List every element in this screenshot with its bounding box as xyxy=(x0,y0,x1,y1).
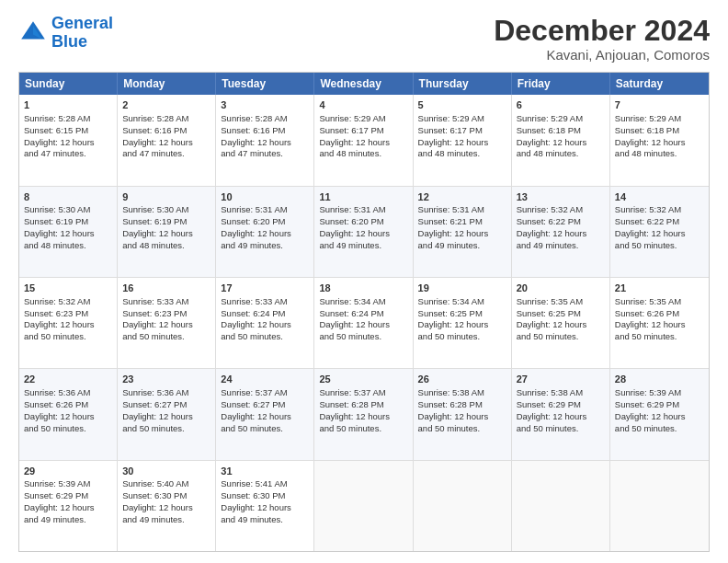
day-info: Sunset: 6:19 PM xyxy=(122,216,210,228)
day-info: Daylight: 12 hours xyxy=(418,319,506,331)
day-info: Sunrise: 5:35 AM xyxy=(517,296,605,308)
calendar-cell: 9Sunrise: 5:30 AMSunset: 6:19 PMDaylight… xyxy=(118,187,216,277)
day-number: 7 xyxy=(615,98,704,112)
day-number: 14 xyxy=(615,190,704,204)
day-info: Sunrise: 5:32 AM xyxy=(517,204,605,216)
day-info: Daylight: 12 hours xyxy=(418,137,506,149)
calendar-cell: 20Sunrise: 5:35 AMSunset: 6:25 PMDayligh… xyxy=(512,278,610,368)
day-info: Sunset: 6:18 PM xyxy=(615,125,704,137)
calendar-row: 1Sunrise: 5:28 AMSunset: 6:15 PMDaylight… xyxy=(19,95,709,186)
calendar-cell: 17Sunrise: 5:33 AMSunset: 6:24 PMDayligh… xyxy=(216,278,314,368)
day-info: Daylight: 12 hours xyxy=(615,411,704,423)
calendar-cell: 12Sunrise: 5:31 AMSunset: 6:21 PMDayligh… xyxy=(414,187,512,277)
day-info: Sunrise: 5:32 AM xyxy=(615,204,704,216)
day-info: and 50 minutes. xyxy=(122,423,210,435)
day-info: Sunrise: 5:34 AM xyxy=(319,296,407,308)
day-number: 17 xyxy=(221,282,309,295)
day-info: Daylight: 12 hours xyxy=(517,228,605,240)
day-info: Sunset: 6:27 PM xyxy=(221,399,309,411)
day-number: 1 xyxy=(24,98,112,112)
day-info: Daylight: 12 hours xyxy=(24,228,112,240)
day-info: Daylight: 12 hours xyxy=(418,411,506,423)
day-info: Sunrise: 5:41 AM xyxy=(221,478,309,490)
day-info: Sunrise: 5:38 AM xyxy=(418,387,506,399)
day-number: 26 xyxy=(418,373,506,386)
weekday-header: Sunday xyxy=(19,73,118,95)
weekday-header: Friday xyxy=(512,73,610,95)
day-info: Sunset: 6:20 PM xyxy=(221,216,309,228)
day-info: and 48 minutes. xyxy=(24,240,112,252)
day-info: Sunrise: 5:36 AM xyxy=(24,387,112,399)
day-info: Sunset: 6:17 PM xyxy=(319,125,407,137)
weekday-header: Monday xyxy=(118,73,216,95)
day-info: Daylight: 12 hours xyxy=(517,137,605,149)
day-info: Sunset: 6:25 PM xyxy=(517,308,605,320)
day-info: Sunset: 6:28 PM xyxy=(319,399,407,411)
calendar-cell: 13Sunrise: 5:32 AMSunset: 6:22 PMDayligh… xyxy=(512,187,610,277)
day-info: and 48 minutes. xyxy=(615,148,704,160)
day-info: Daylight: 12 hours xyxy=(221,502,309,514)
day-info: Sunrise: 5:29 AM xyxy=(615,113,704,125)
day-info: Daylight: 12 hours xyxy=(122,319,210,331)
page-subtitle: Kavani, Anjouan, Comoros xyxy=(494,47,710,63)
day-info: Sunset: 6:18 PM xyxy=(517,125,605,137)
day-info: Sunset: 6:21 PM xyxy=(418,216,506,228)
day-info: Sunset: 6:26 PM xyxy=(615,308,704,320)
day-info: Daylight: 12 hours xyxy=(319,411,407,423)
day-info: Daylight: 12 hours xyxy=(319,319,407,331)
day-info: Daylight: 12 hours xyxy=(615,319,704,331)
day-info: Daylight: 12 hours xyxy=(24,137,112,149)
day-info: and 50 minutes. xyxy=(615,331,704,343)
day-info: Sunset: 6:24 PM xyxy=(319,308,407,320)
day-number: 9 xyxy=(122,190,210,204)
day-info: and 48 minutes. xyxy=(418,148,506,160)
day-info: Sunrise: 5:37 AM xyxy=(221,387,309,399)
day-info: Sunrise: 5:38 AM xyxy=(517,387,605,399)
day-info: and 49 minutes. xyxy=(221,240,309,252)
calendar-cell: 21Sunrise: 5:35 AMSunset: 6:26 PMDayligh… xyxy=(610,278,709,368)
logo: General Blue xyxy=(18,15,113,52)
day-info: Sunrise: 5:31 AM xyxy=(319,204,407,216)
day-number: 8 xyxy=(24,190,112,204)
calendar-row: 29Sunrise: 5:39 AMSunset: 6:29 PMDayligh… xyxy=(19,461,709,551)
day-info: Sunrise: 5:39 AM xyxy=(24,478,112,490)
calendar-cell: 24Sunrise: 5:37 AMSunset: 6:27 PMDayligh… xyxy=(216,369,314,459)
day-info: and 50 minutes. xyxy=(418,331,506,343)
day-info: Sunrise: 5:37 AM xyxy=(319,387,407,399)
day-info: Sunset: 6:16 PM xyxy=(122,125,210,137)
day-info: Sunrise: 5:31 AM xyxy=(418,204,506,216)
calendar-row: 22Sunrise: 5:36 AMSunset: 6:26 PMDayligh… xyxy=(19,369,709,460)
day-info: Daylight: 12 hours xyxy=(418,228,506,240)
day-info: and 50 minutes. xyxy=(221,331,309,343)
calendar-cell: 26Sunrise: 5:38 AMSunset: 6:28 PMDayligh… xyxy=(414,369,512,459)
calendar-cell: 6Sunrise: 5:29 AMSunset: 6:18 PMDaylight… xyxy=(512,95,610,185)
calendar-cell xyxy=(414,461,512,551)
day-info: Sunset: 6:26 PM xyxy=(24,399,112,411)
day-info: Sunrise: 5:33 AM xyxy=(221,296,309,308)
day-number: 30 xyxy=(122,465,210,478)
day-info: Daylight: 12 hours xyxy=(221,137,309,149)
day-info: Daylight: 12 hours xyxy=(517,319,605,331)
day-number: 23 xyxy=(122,373,210,386)
calendar-cell: 15Sunrise: 5:32 AMSunset: 6:23 PMDayligh… xyxy=(19,278,118,368)
day-info: Daylight: 12 hours xyxy=(319,228,407,240)
day-info: Sunset: 6:19 PM xyxy=(24,216,112,228)
day-info: Sunrise: 5:29 AM xyxy=(517,113,605,125)
day-info: and 50 minutes. xyxy=(517,423,605,435)
calendar-page: General Blue December 2024 Kavani, Anjou… xyxy=(0,0,728,563)
day-info: Sunrise: 5:29 AM xyxy=(319,113,407,125)
day-info: Sunrise: 5:28 AM xyxy=(122,113,210,125)
calendar: SundayMondayTuesdayWednesdayThursdayFrid… xyxy=(18,72,710,552)
calendar-cell: 3Sunrise: 5:28 AMSunset: 6:16 PMDaylight… xyxy=(216,95,314,185)
day-info: Daylight: 12 hours xyxy=(24,411,112,423)
day-number: 3 xyxy=(221,98,309,112)
weekday-header: Wednesday xyxy=(314,73,413,95)
day-info: Sunset: 6:29 PM xyxy=(615,399,704,411)
day-info: Sunset: 6:23 PM xyxy=(24,308,112,320)
day-info: and 48 minutes. xyxy=(517,148,605,160)
weekday-header: Saturday xyxy=(610,73,709,95)
day-info: Sunset: 6:27 PM xyxy=(122,399,210,411)
calendar-cell xyxy=(314,461,413,551)
day-number: 16 xyxy=(122,282,210,295)
day-info: Sunrise: 5:28 AM xyxy=(24,113,112,125)
